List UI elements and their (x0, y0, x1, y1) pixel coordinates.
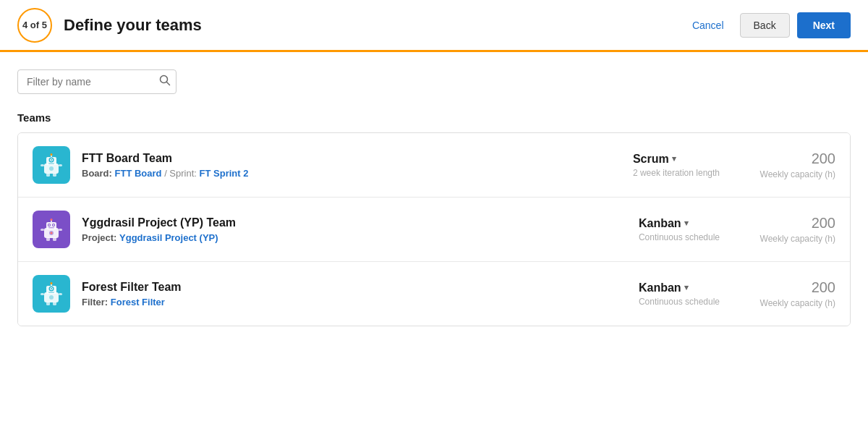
team-avatar (33, 146, 70, 184)
svg-rect-27 (59, 229, 62, 231)
svg-rect-38 (46, 302, 50, 305)
svg-point-36 (51, 288, 52, 289)
team-row: FTT Board Team Board: FTT Board / Sprint… (18, 133, 850, 198)
capacity-value: 200 (749, 150, 835, 167)
svg-point-14 (49, 166, 54, 171)
methodology-name: Kanban (639, 281, 681, 294)
step-badge: 4 of 5 (17, 8, 52, 43)
filter-input[interactable] (27, 76, 153, 88)
svg-rect-40 (41, 293, 44, 295)
team-meta: Filter: Forest Filter (82, 297, 639, 308)
svg-rect-39 (53, 302, 56, 305)
team-settings: Scrum ▾ 2 week iteration length 200 Week… (633, 150, 835, 179)
search-icon (159, 75, 171, 89)
methodology-label: Kanban ▾ (639, 217, 720, 230)
svg-rect-24 (46, 237, 50, 241)
svg-point-18 (51, 219, 53, 221)
team-info: Forest Filter Team Filter: Forest Filter (82, 281, 639, 308)
team-settings: Kanban ▾ Continuous schedule 200 Weekly … (639, 279, 835, 308)
back-button[interactable]: Back (740, 13, 790, 38)
header-actions: Cancel Back Next (684, 12, 851, 38)
svg-rect-13 (59, 164, 62, 166)
capacity-label: Weekly capacity (h) (749, 234, 835, 244)
team-settings: Kanban ▾ Continuous schedule 200 Weekly … (639, 215, 835, 244)
team-avatar (33, 275, 70, 313)
team-info: FTT Board Team Board: FTT Board / Sprint… (82, 152, 633, 179)
teams-list: FTT Board Team Board: FTT Board / Sprint… (17, 132, 851, 326)
svg-rect-41 (59, 293, 62, 295)
page-title: Define your teams (64, 16, 202, 35)
filter-bar (17, 69, 851, 94)
team-name: Yggdrasil Project (YP) Team (82, 216, 639, 229)
capacity-wrap: 200 Weekly capacity (h) (749, 279, 835, 308)
filter-input-wrap (17, 69, 176, 94)
methodology-name: Kanban (639, 217, 681, 230)
methodology-dropdown-icon[interactable]: ▾ (672, 154, 676, 164)
capacity-wrap: 200 Weekly capacity (h) (749, 215, 835, 244)
svg-point-33 (51, 282, 53, 284)
svg-rect-10 (46, 173, 50, 177)
svg-rect-12 (41, 164, 44, 166)
svg-point-21 (48, 224, 50, 226)
svg-line-1 (167, 82, 170, 85)
team-avatar (33, 211, 70, 248)
team-row: Yggdrasil Project (YP) Team Project: Ygg… (18, 198, 850, 262)
methodology-label: Kanban ▾ (639, 281, 720, 294)
svg-point-22 (53, 224, 54, 226)
methodology-wrap: Kanban ▾ Continuous schedule (639, 281, 720, 307)
svg-rect-9 (48, 164, 54, 165)
next-button[interactable]: Next (797, 12, 851, 38)
svg-rect-23 (48, 227, 54, 229)
team-name: FTT Board Team (82, 152, 633, 165)
capacity-wrap: 200 Weekly capacity (h) (749, 150, 835, 179)
main-content: Teams (0, 52, 868, 344)
capacity-value: 200 (749, 215, 835, 232)
page-header: 4 of 5 Define your teams Cancel Back Nex… (0, 0, 868, 52)
team-meta: Board: FTT Board / Sprint: FT Sprint 2 (82, 168, 633, 179)
svg-point-42 (49, 295, 54, 300)
team-meta: Project: Yggdrasil Project (YP) (82, 232, 639, 243)
svg-point-5 (51, 153, 53, 156)
methodology-wrap: Scrum ▾ 2 week iteration length (633, 153, 720, 178)
schedule-label: 2 week iteration length (633, 168, 720, 178)
team-row: Forest Filter Team Filter: Forest Filter… (18, 262, 850, 326)
methodology-label: Scrum ▾ (633, 153, 720, 166)
capacity-label: Weekly capacity (h) (749, 169, 835, 179)
capacity-value: 200 (749, 279, 835, 296)
methodology-wrap: Kanban ▾ Continuous schedule (639, 217, 720, 242)
team-info: Yggdrasil Project (YP) Team Project: Ygg… (82, 216, 639, 243)
team-name: Forest Filter Team (82, 281, 639, 294)
svg-rect-25 (53, 237, 56, 241)
svg-point-29 (51, 232, 53, 234)
capacity-label: Weekly capacity (h) (749, 298, 835, 308)
teams-section-label: Teams (17, 111, 851, 124)
svg-point-8 (51, 159, 52, 161)
methodology-name: Scrum (633, 153, 669, 166)
cancel-button[interactable]: Cancel (684, 14, 733, 37)
svg-rect-26 (41, 229, 44, 231)
methodology-dropdown-icon[interactable]: ▾ (684, 283, 689, 292)
schedule-label: Continuous schedule (639, 232, 720, 242)
methodology-dropdown-icon[interactable]: ▾ (684, 219, 689, 228)
schedule-label: Continuous schedule (639, 297, 720, 307)
svg-rect-37 (48, 292, 54, 294)
svg-rect-11 (53, 173, 56, 177)
